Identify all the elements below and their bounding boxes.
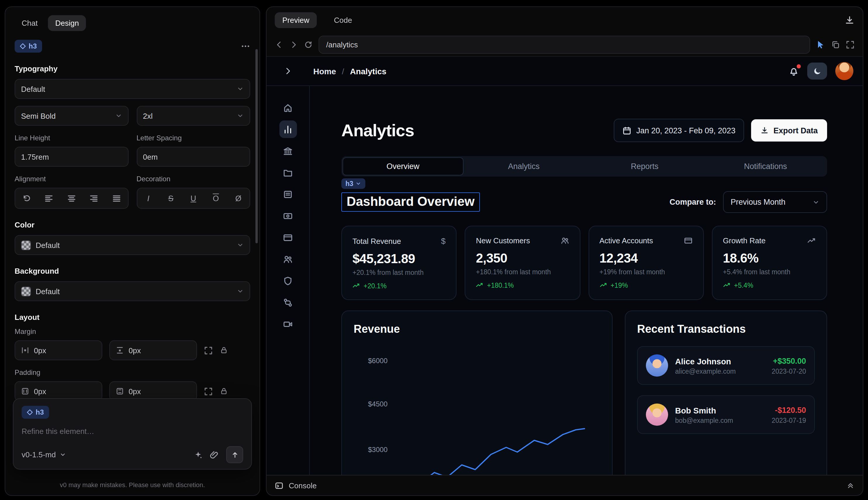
margin-y-input[interactable]: 0px [109, 340, 197, 360]
padding-label: Padding [15, 368, 250, 377]
letter-spacing-input[interactable]: 0em [137, 147, 250, 167]
selected-heading[interactable]: Dashboard Overview [342, 192, 480, 212]
revenue-line [407, 429, 585, 475]
sidebar-workflow-icon[interactable] [279, 294, 297, 311]
console-icon [275, 481, 283, 490]
lock-padding-icon[interactable] [220, 387, 228, 395]
sparkle-icon[interactable] [194, 450, 203, 459]
expand-console-icon[interactable] [846, 481, 855, 489]
line-height-label: Line Height [15, 134, 128, 142]
trending-up-icon [476, 281, 484, 289]
compare-select[interactable]: Previous Month [723, 191, 827, 213]
address-bar[interactable]: /analytics [319, 35, 810, 54]
attach-icon[interactable] [210, 450, 219, 459]
alignment-label: Alignment [15, 175, 128, 183]
recent-transactions-card: Recent Transactions Alice Johnson alice@… [625, 310, 827, 475]
fullscreen-icon[interactable] [846, 40, 855, 49]
transaction-row[interactable]: Bob Smith bob@example.com -$120.50 2023-… [637, 395, 815, 434]
v0-workspace: Chat Design h3 Typography Default Semi B… [0, 0, 868, 500]
export-data-button[interactable]: Export Data [751, 119, 827, 141]
sidebar-video-icon[interactable] [279, 315, 297, 333]
user-avatar[interactable] [835, 62, 853, 80]
sidebar-home-icon[interactable] [279, 99, 297, 116]
sidebar-credit-card-icon[interactable] [279, 229, 297, 246]
refine-input[interactable]: Refine this element… [22, 427, 243, 436]
selection-tag-badge[interactable]: h3 [342, 178, 366, 189]
transaction-amount: -$120.50 [772, 406, 806, 414]
tab-notifications[interactable]: Notifications [705, 157, 826, 175]
margin-vertical-icon [116, 346, 124, 354]
font-size-select[interactable]: 2xl [137, 106, 250, 126]
revenue-line-chart [342, 311, 613, 475]
color-select[interactable]: Default [15, 235, 250, 255]
selected-element-badge[interactable]: h3 [15, 40, 42, 53]
theme-toggle-button[interactable] [807, 62, 827, 80]
tab-chat[interactable]: Chat [15, 15, 45, 31]
line-height-input[interactable]: 1.75rem [15, 147, 128, 167]
notifications-bell-icon[interactable] [788, 66, 799, 76]
align-justify-icon[interactable] [108, 191, 125, 206]
align-center-icon[interactable] [63, 191, 80, 206]
date-range-button[interactable]: Jan 20, 2023 - Feb 09, 2023 [613, 119, 744, 142]
tab-reports[interactable]: Reports [584, 157, 705, 175]
sidebar-banknote-icon[interactable] [279, 207, 297, 225]
copy-icon[interactable] [831, 40, 840, 49]
stat-card-growth-rate: Growth Rate 18.6% +5.4% from last month … [712, 226, 828, 300]
strikethrough-icon[interactable]: S [162, 191, 180, 206]
moon-icon [813, 67, 822, 76]
font-family-select[interactable]: Default [15, 79, 250, 99]
download-icon[interactable] [845, 15, 855, 25]
color-swatch-icon [21, 240, 31, 250]
tab-overview[interactable]: Overview [343, 157, 464, 175]
expand-padding-icon[interactable] [204, 387, 213, 396]
sidebar-folder-icon[interactable] [279, 164, 297, 181]
tab-analytics[interactable]: Analytics [464, 157, 585, 175]
sidebar-bank-icon[interactable] [279, 142, 297, 160]
chevron-down-icon [59, 452, 66, 458]
font-weight-select[interactable]: Semi Bold [15, 106, 128, 126]
transaction-date: 2023-07-19 [772, 417, 806, 424]
panel-scrollbar[interactable] [255, 49, 258, 243]
notification-dot [797, 64, 801, 68]
transaction-amount: +$350.00 [772, 356, 806, 365]
inspect-cursor-icon[interactable] [816, 40, 825, 49]
send-button[interactable] [226, 446, 243, 463]
lock-margin-icon[interactable] [220, 346, 228, 354]
disclaimer-text: v0 may make mistakes. Please use with di… [5, 481, 259, 488]
tab-code[interactable]: Code [326, 12, 360, 28]
italic-icon[interactable]: I [140, 191, 157, 206]
sidebar-analytics-icon[interactable] [279, 121, 297, 138]
letter-spacing-label: Letter Spacing [137, 134, 250, 142]
more-options-icon[interactable] [241, 42, 250, 51]
background-select[interactable]: Default [15, 281, 250, 301]
back-icon[interactable] [275, 40, 283, 49]
chat-element-badge[interactable]: h3 [22, 406, 49, 419]
forward-icon[interactable] [289, 40, 298, 49]
breadcrumb: Home / Analytics [313, 66, 386, 76]
sidebar-receipt-icon[interactable] [279, 185, 297, 203]
align-left-icon[interactable] [40, 191, 58, 206]
breadcrumb-home[interactable]: Home [313, 66, 336, 76]
overline-icon[interactable]: O [207, 191, 225, 206]
tab-preview[interactable]: Preview [275, 12, 317, 28]
console-bar[interactable]: Console [267, 475, 863, 495]
model-select[interactable]: v0-1.5-md [22, 450, 66, 459]
trending-up-icon [807, 236, 816, 245]
tab-design[interactable]: Design [48, 15, 86, 31]
clear-decoration-icon[interactable]: Ø [230, 191, 247, 206]
margin-x-input[interactable]: 0px [15, 340, 102, 360]
revenue-chart-card: Revenue $6000 $4500 $3000 [342, 310, 613, 475]
sidebar-toggle-icon[interactable] [276, 67, 299, 76]
reset-alignment-icon[interactable] [18, 191, 35, 206]
expand-margin-icon[interactable] [204, 346, 213, 355]
sidebar-users-icon[interactable] [279, 250, 297, 268]
design-panel: Chat Design h3 Typography Default Semi B… [5, 7, 260, 496]
calendar-icon [622, 126, 631, 135]
transactions-title: Recent Transactions [637, 323, 815, 336]
align-right-icon[interactable] [85, 191, 103, 206]
refresh-icon[interactable] [304, 40, 313, 49]
sidebar-shield-icon[interactable] [279, 272, 297, 289]
underline-icon[interactable]: U [185, 191, 202, 206]
console-label: Console [289, 481, 316, 490]
transaction-row[interactable]: Alice Johnson alice@example.com +$350.00… [637, 346, 815, 385]
